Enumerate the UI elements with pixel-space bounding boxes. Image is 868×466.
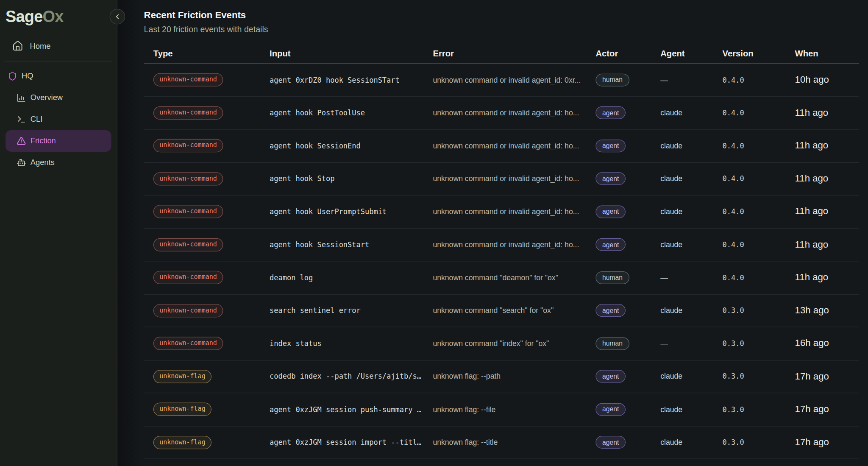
cell-error: unknown command or invalid agent_id: ho.… xyxy=(433,175,595,183)
cell-version: 0.4.0 xyxy=(722,207,795,216)
sidebar: SageOx Home HQ xyxy=(0,0,117,466)
cell-type: unknown-command xyxy=(153,304,270,317)
column-header-when: When xyxy=(795,48,860,59)
table-header-row: Type Input Error Actor Agent Version Whe… xyxy=(144,44,860,64)
cell-actor: agent xyxy=(595,370,660,383)
cell-input: agent 0xzJGM session import --titl… xyxy=(270,438,433,446)
cell-version: 0.4.0 xyxy=(722,142,795,150)
cell-error: unknown command or invalid agent_id: 0xr… xyxy=(433,76,595,84)
cell-actor: agent xyxy=(595,172,660,185)
table-row: unknown-commandagent hook SessionStartun… xyxy=(144,229,860,262)
cell-type: unknown-command xyxy=(153,106,270,120)
type-badge: unknown-flag xyxy=(153,370,211,383)
cell-agent: claude xyxy=(660,175,722,183)
cell-version: 0.3.0 xyxy=(722,307,795,315)
shield-icon xyxy=(8,71,17,81)
cell-input: agent 0xzJGM session push-summary … xyxy=(270,405,433,414)
sidebar-item-friction[interactable]: Friction xyxy=(6,130,111,152)
cell-agent: claude xyxy=(660,240,722,249)
sidebar-group-hq[interactable]: HQ xyxy=(6,65,111,87)
page-title: Recent Friction Events xyxy=(144,8,860,22)
cell-actor: agent xyxy=(595,436,660,449)
cell-type: unknown-command xyxy=(153,205,270,218)
type-badge: unknown-command xyxy=(153,238,223,251)
cell-version: 0.3.0 xyxy=(722,438,795,446)
cell-input: agent hook PostToolUse xyxy=(270,109,433,117)
cell-when: 17h ago xyxy=(795,404,860,415)
actor-badge: human xyxy=(595,271,629,284)
column-header-agent: Agent xyxy=(660,48,722,59)
cell-version: 0.3.0 xyxy=(722,372,795,381)
cell-when: 10h ago xyxy=(795,74,860,85)
cell-error: unknown flag: --title xyxy=(433,438,595,446)
cell-actor: agent xyxy=(595,238,660,251)
table-row: unknown-commandindex statusunknown comma… xyxy=(144,327,860,360)
cell-type: unknown-command xyxy=(153,337,270,350)
cell-version: 0.3.0 xyxy=(722,405,795,414)
column-header-actor: Actor xyxy=(595,48,660,59)
cell-error: unknown command or invalid agent_id: ho.… xyxy=(433,207,595,216)
type-badge: unknown-command xyxy=(153,73,223,87)
cell-version: 0.4.0 xyxy=(722,240,795,249)
cell-type: unknown-command xyxy=(153,172,270,185)
actor-badge: agent xyxy=(595,304,626,317)
cell-agent: claude xyxy=(660,438,722,446)
cell-when: 17h ago xyxy=(795,437,860,448)
home-icon xyxy=(12,40,23,51)
type-badge: unknown-command xyxy=(153,205,223,218)
cell-version: 0.4.0 xyxy=(722,76,795,84)
type-badge: unknown-command xyxy=(153,106,223,120)
actor-badge: agent xyxy=(595,140,626,152)
cell-error: unknown command or invalid agent_id: ho.… xyxy=(433,109,595,117)
cell-error: unknown command "index" for "ox" xyxy=(433,339,595,348)
sidebar-item-label: Agents xyxy=(31,158,55,167)
sidebar-item-agents[interactable]: Agents xyxy=(6,152,111,173)
table-row: unknown-flagcodedb index --path /Users/a… xyxy=(144,360,860,393)
cell-version: 0.4.0 xyxy=(722,273,795,282)
cell-input: agent hook UserPromptSubmit xyxy=(270,207,433,216)
cell-type: unknown-flag xyxy=(153,370,270,383)
cell-error: unknown command "deamon" for "ox" xyxy=(433,273,595,282)
cell-agent: claude xyxy=(660,142,722,150)
table-row: unknown-commandagent hook UserPromptSubm… xyxy=(144,195,860,229)
type-badge: unknown-flag xyxy=(153,403,211,416)
actor-badge: agent xyxy=(595,205,626,218)
table-row: unknown-commanddeamon logunknown command… xyxy=(144,261,860,294)
cell-actor: human xyxy=(595,73,660,86)
type-badge: unknown-command xyxy=(153,172,223,185)
cell-when: 11h ago xyxy=(795,107,860,118)
cell-actor: human xyxy=(595,271,660,284)
type-badge: unknown-flag xyxy=(153,436,211,449)
cell-input: deamon log xyxy=(270,273,433,282)
friction-events-table: Type Input Error Actor Agent Version Whe… xyxy=(144,44,860,459)
cell-input: agent hook Stop xyxy=(270,175,433,183)
sidebar-item-overview[interactable]: Overview xyxy=(6,87,111,109)
cell-agent: — xyxy=(660,76,722,84)
column-header-input: Input xyxy=(270,48,433,59)
sidebar-item-label: Friction xyxy=(31,137,56,145)
table-row: unknown-commandagent hook PostToolUseunk… xyxy=(144,97,860,130)
sidebar-item-label: Overview xyxy=(31,93,63,102)
type-badge: unknown-command xyxy=(153,337,223,350)
cell-agent: claude xyxy=(660,307,722,315)
actor-badge: agent xyxy=(595,436,626,449)
cell-when: 11h ago xyxy=(795,173,860,184)
sidebar-item-cli[interactable]: CLI xyxy=(6,109,111,130)
cell-error: unknown command or invalid agent_id: ho.… xyxy=(433,240,595,249)
actor-badge: human xyxy=(595,73,629,86)
cell-input: agent hook SessionStart xyxy=(270,240,433,249)
table-body: unknown-commandagent 0xrDZ0 hook Session… xyxy=(144,64,860,459)
sidebar-item-home[interactable]: Home xyxy=(6,35,111,57)
alert-triangle-icon xyxy=(17,136,26,145)
actor-badge: agent xyxy=(595,370,626,383)
cell-agent: claude xyxy=(660,372,722,381)
brand-name-primary: Sage xyxy=(6,8,42,25)
cell-error: unknown flag: --path xyxy=(433,372,595,381)
chevron-left-icon xyxy=(114,13,121,20)
cell-type: unknown-command xyxy=(153,271,270,284)
sidebar-collapse-button[interactable] xyxy=(110,9,125,25)
cell-version: 0.3.0 xyxy=(722,339,795,348)
cell-input: index status xyxy=(270,339,433,348)
cell-type: unknown-command xyxy=(153,238,270,251)
column-header-error: Error xyxy=(433,48,595,59)
